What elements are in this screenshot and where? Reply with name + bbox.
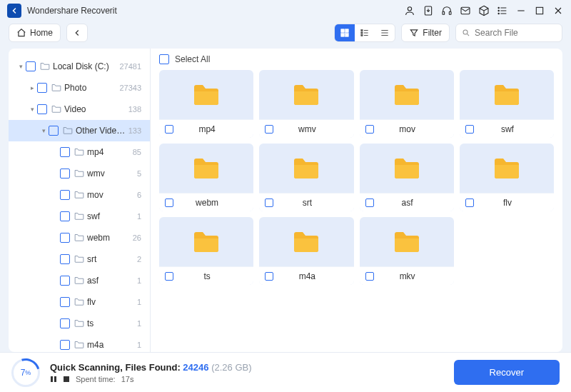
tree-row-wmv[interactable]: wmv5 <box>9 163 150 184</box>
tree-checkbox[interactable] <box>37 104 47 114</box>
select-all-checkbox[interactable] <box>159 54 169 64</box>
card-footer: m4a <box>259 266 353 285</box>
card-checkbox[interactable] <box>265 198 273 207</box>
import-icon[interactable] <box>423 5 434 16</box>
tree-count: 27481 <box>119 62 141 71</box>
app-title: Wondershare Recoverit <box>27 6 117 16</box>
folder-card-mov[interactable]: mov <box>360 70 454 138</box>
list-icon[interactable] <box>497 5 508 16</box>
search-box[interactable] <box>455 24 562 42</box>
folder-icon <box>74 233 84 243</box>
tree-count: 2 <box>137 255 141 263</box>
folder-preview <box>360 217 454 266</box>
tree-row-video[interactable]: ▾Video138 <box>9 99 150 120</box>
caret-icon[interactable]: ▾ <box>40 127 47 134</box>
card-checkbox[interactable] <box>265 125 273 134</box>
tree-count: 26 <box>133 233 141 242</box>
tree-row-asf[interactable]: asf1 <box>9 270 150 291</box>
account-icon[interactable] <box>404 5 415 16</box>
folder-card-mp4[interactable]: mp4 <box>159 70 253 138</box>
tree-checkbox[interactable] <box>37 83 47 93</box>
tree-checkbox[interactable] <box>60 297 70 307</box>
folder-card-swf[interactable]: swf <box>460 70 554 138</box>
tree-row-other-videos[interactable]: ▾Other Videos133 <box>9 120 150 141</box>
svg-rect-2 <box>443 11 445 14</box>
card-checkbox[interactable] <box>465 125 474 134</box>
tree-row-mp4[interactable]: mp485 <box>9 141 150 163</box>
tree-row-mov[interactable]: mov6 <box>9 184 150 206</box>
sidebar[interactable]: ▾Local Disk (C:)27481▸Photo27343▾Video13… <box>9 49 150 352</box>
tree-row-webm[interactable]: webm26 <box>9 227 150 248</box>
card-checkbox[interactable] <box>365 272 374 281</box>
maximize-icon[interactable] <box>534 5 545 16</box>
tree-checkbox[interactable] <box>60 147 70 157</box>
folder-card-flv[interactable]: flv <box>460 144 554 211</box>
folder-preview <box>360 70 454 119</box>
card-checkbox[interactable] <box>165 125 173 134</box>
folder-card-ts[interactable]: ts <box>159 217 253 285</box>
card-checkbox[interactable] <box>365 198 374 207</box>
tree-checkbox[interactable] <box>49 126 59 136</box>
folder-card-webm[interactable]: webm <box>159 144 253 211</box>
tree-checkbox[interactable] <box>60 233 70 243</box>
box-icon[interactable] <box>478 5 490 16</box>
tree-row-m4a[interactable]: m4a1 <box>9 334 150 352</box>
tree-checkbox[interactable] <box>60 211 70 221</box>
caret-icon[interactable]: ▸ <box>29 84 36 91</box>
select-all-row[interactable]: Select All <box>151 49 562 70</box>
pause-icon[interactable] <box>50 376 57 383</box>
folder-card-mkv[interactable]: mkv <box>360 217 454 285</box>
search-input[interactable] <box>475 28 556 38</box>
card-checkbox[interactable] <box>165 198 173 207</box>
tree-checkbox[interactable] <box>60 318 70 328</box>
folder-card-asf[interactable]: asf <box>360 144 454 211</box>
svg-point-5 <box>498 7 499 8</box>
mail-icon[interactable] <box>460 5 471 16</box>
tree-count: 5 <box>137 169 141 178</box>
back-button[interactable] <box>66 24 88 42</box>
tree-row-srt[interactable]: srt2 <box>9 248 150 270</box>
progress-indicator: 7% <box>11 358 40 387</box>
tree-label: asf <box>87 276 134 286</box>
view-list-button[interactable] <box>375 24 395 41</box>
folder-icon <box>74 276 84 286</box>
tree-row-ts[interactable]: ts1 <box>9 313 150 334</box>
headset-icon[interactable] <box>441 5 453 16</box>
folder-icon <box>40 61 50 72</box>
folder-card-m4a[interactable]: m4a <box>259 217 353 285</box>
status-text: Quick Scanning, Files Found: 24246 (2.26… <box>50 362 252 373</box>
view-detail-button[interactable] <box>355 24 375 41</box>
svg-rect-3 <box>449 11 451 14</box>
folder-card-wmv[interactable]: wmv <box>259 70 353 138</box>
tree-checkbox[interactable] <box>60 190 70 200</box>
filter-button[interactable]: Filter <box>401 24 450 42</box>
folder-preview <box>259 70 353 119</box>
card-checkbox[interactable] <box>265 272 273 281</box>
card-name: swf <box>480 124 535 134</box>
folder-icon <box>51 83 61 94</box>
tree-checkbox[interactable] <box>60 169 70 179</box>
caret-icon[interactable]: ▾ <box>29 106 36 113</box>
close-icon[interactable] <box>552 5 564 16</box>
minimize-icon[interactable] <box>515 5 527 16</box>
tree-row-local-disk-c-[interactable]: ▾Local Disk (C:)27481 <box>9 56 150 77</box>
home-button[interactable]: Home <box>9 24 61 42</box>
card-checkbox[interactable] <box>465 198 474 207</box>
folder-icon <box>74 169 84 179</box>
recover-button[interactable]: Recover <box>454 360 560 385</box>
tree-checkbox[interactable] <box>60 340 70 350</box>
tree-row-swf[interactable]: swf1 <box>9 206 150 227</box>
card-name: m4a <box>279 271 335 281</box>
folder-card-srt[interactable]: srt <box>259 144 353 211</box>
tree-checkbox[interactable] <box>60 276 70 286</box>
stop-icon[interactable] <box>63 376 70 383</box>
tree-row-photo[interactable]: ▸Photo27343 <box>9 77 150 99</box>
card-checkbox[interactable] <box>165 272 173 281</box>
tree-row-flv[interactable]: flv1 <box>9 291 150 313</box>
card-checkbox[interactable] <box>365 125 374 134</box>
tree-checkbox[interactable] <box>26 61 36 71</box>
view-grid-button[interactable] <box>335 24 355 41</box>
tree-label: ts <box>87 318 134 328</box>
tree-checkbox[interactable] <box>60 254 70 264</box>
caret-icon[interactable]: ▾ <box>17 63 24 70</box>
